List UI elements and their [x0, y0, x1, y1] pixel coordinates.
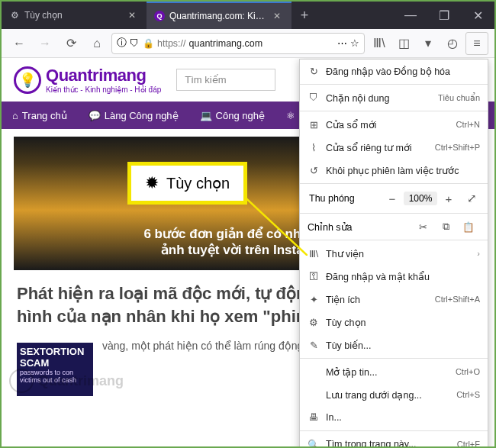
account-button[interactable]: ◴ — [441, 32, 464, 55]
separator — [300, 213, 488, 214]
menu-label: Đăng nhập vào Đồng bộ hóa — [326, 66, 480, 77]
menu-print[interactable]: 🖶 In... — [300, 406, 488, 429]
menu-label: Tùy chọn — [326, 317, 480, 328]
separator — [300, 240, 488, 240]
home-button[interactable]: ⌂ — [85, 32, 108, 55]
separator — [300, 84, 488, 85]
tab-close-icon[interactable]: ✕ — [273, 11, 284, 21]
url-host: quantrimang.com — [189, 38, 263, 49]
separator — [300, 358, 488, 359]
nav-technology[interactable]: 💻Công nghệ — [189, 102, 275, 129]
nav-tech-village[interactable]: 💬Làng Công nghệ — [78, 102, 189, 129]
reload-button[interactable]: ⟳ — [60, 32, 82, 55]
close-window-button[interactable]: ✕ — [461, 2, 494, 29]
key-icon: ⚿ — [308, 271, 320, 282]
site-favicon: Q — [154, 11, 165, 21]
tab-close-icon[interactable]: ✕ — [128, 10, 139, 21]
cut-button[interactable]: ✂ — [411, 221, 434, 233]
shield-icon: ⛉ — [308, 92, 320, 103]
menu-label: Mở tập tin... — [326, 366, 449, 378]
bulb-icon: 💡 — [14, 66, 41, 94]
titlebar: ⚙ Tùy chọn ✕ Q Quantrimang.com: Kiến Thứ… — [2, 2, 494, 29]
menu-value: Tiêu chuẩn — [438, 93, 480, 103]
home-icon: ⌂ — [12, 110, 18, 121]
bookmark-star-icon[interactable]: ☆ — [350, 37, 359, 49]
nav-label: Làng Công nghệ — [105, 110, 179, 121]
mask-icon: ⌇ — [308, 142, 320, 153]
zoom-in-button[interactable]: + — [437, 192, 460, 205]
back-button[interactable]: ← — [8, 32, 31, 55]
tab-quantrimang[interactable]: Q Quantrimang.com: Kiến Thức ✕ — [147, 2, 291, 29]
menu-open-file[interactable]: Mở tập tin... Ctrl+O — [300, 360, 488, 383]
menu-customize[interactable]: ✎ Tùy biến... — [300, 334, 488, 356]
site-search-input[interactable]: Tìm kiếm — [176, 69, 275, 91]
menu-new-window[interactable]: ⊞ Cửa sổ mới Ctrl+N — [300, 113, 488, 136]
shortcut: Ctrl+Shift+A — [435, 295, 480, 304]
maximize-button[interactable]: ❐ — [427, 2, 461, 29]
zoom-out-button[interactable]: − — [381, 192, 404, 205]
pocket-button[interactable]: ▾ — [417, 32, 440, 55]
zoom-label: Thu phóng — [304, 193, 381, 204]
fullscreen-button[interactable]: ⤢ — [460, 192, 483, 205]
menu-label: Tìm trong trang này... — [326, 439, 451, 446]
page-content: 💡 Quantrimang Kiến thức - Kinh nghiệm - … — [2, 58, 494, 446]
bulb-icon — [9, 369, 34, 393]
chevron-right-icon: › — [477, 249, 480, 258]
menu-find[interactable]: 🔍 Tìm trong trang này... Ctrl+F — [300, 433, 488, 446]
window-icon: ⊞ — [308, 119, 320, 131]
info-icon[interactable]: ⓘ — [117, 37, 127, 50]
nav-label: Công nghệ — [216, 110, 265, 121]
chat-icon: 💬 — [89, 110, 101, 121]
wm-text: uantrimang — [49, 373, 124, 388]
tab-title: Tùy chọn — [24, 10, 124, 21]
menu-options[interactable]: ⚙ Tùy chọn — [300, 311, 488, 334]
shortcut: Ctrl+F — [457, 440, 480, 446]
thumb-title: SEXTORTION SCAM — [20, 346, 90, 369]
sidebar-button[interactable]: ◫ — [392, 32, 415, 55]
zoom-level[interactable]: 100% — [404, 192, 437, 205]
menu-label: Thư viện — [326, 248, 471, 259]
navigation-toolbar: ← → ⟳ ⌂ ⓘ ⛉ 🔒 https://quantrimang.com ⋯ … — [2, 29, 494, 58]
menu-save-as[interactable]: Lưu trang dưới dạng... Ctrl+S — [300, 383, 488, 406]
shortcut: Ctrl+N — [456, 120, 480, 129]
paste-button[interactable]: 📋 — [457, 221, 480, 233]
menu-label: Đăng nhập và mật khẩu — [326, 271, 480, 282]
menu-label: Chặn nội dung — [326, 92, 432, 104]
logo-q: Q — [46, 66, 59, 85]
copy-button[interactable]: ⧉ — [434, 221, 457, 233]
menu-addons[interactable]: ✦ Tiện ích Ctrl+Shift+A — [300, 288, 488, 311]
gear-icon: ⚙ — [9, 10, 20, 21]
library-icon: Ⅲ\ — [308, 248, 320, 259]
menu-logins[interactable]: ⚿ Đăng nhập và mật khẩu — [300, 265, 488, 288]
logo-tagline: Kiến thức - Kinh nghiệm - Hỏi đáp — [46, 85, 161, 94]
menu-restore-session[interactable]: ↺ Khôi phục phiên làm việc trước — [300, 159, 488, 182]
forward-button[interactable]: → — [34, 32, 56, 55]
wm-q: Q — [38, 373, 49, 388]
callout-options: ✹ Tùy chọn — [127, 162, 247, 205]
nav-home[interactable]: ⌂Trang chủ — [2, 102, 78, 129]
paint-icon: ✎ — [308, 340, 320, 351]
separator — [300, 111, 488, 111]
shield-icon[interactable]: ⛉ — [130, 38, 140, 49]
app-menu-button[interactable]: ≡ — [465, 32, 488, 55]
minimize-button[interactable]: — — [394, 2, 427, 29]
lock-icon[interactable]: 🔒 — [143, 38, 154, 49]
menu-private-window[interactable]: ⌇ Cửa sổ riêng tư mới Ctrl+Shift+P — [300, 136, 488, 159]
address-bar[interactable]: ⓘ ⛉ 🔒 https://quantrimang.com ⋯ ☆ — [111, 33, 365, 54]
site-logo[interactable]: 💡 Quantrimang Kiến thức - Kinh nghiệm - … — [14, 66, 161, 94]
gear-icon: ⚙ — [308, 317, 320, 328]
menu-content-blocking[interactable]: ⛉ Chặn nội dung Tiêu chuẩn — [300, 86, 488, 109]
laptop-icon: 💻 — [200, 110, 212, 121]
tab-title: Quantrimang.com: Kiến Thức — [169, 11, 269, 21]
edit-label: Chỉnh sửa — [308, 221, 411, 233]
library-button[interactable]: Ⅲ\ — [368, 32, 391, 55]
menu-label: Lưu trang dưới dạng... — [326, 389, 450, 401]
tab-options[interactable]: ⚙ Tùy chọn ✕ — [2, 2, 147, 29]
new-tab-button[interactable]: + — [291, 2, 317, 29]
menu-sync-signin[interactable]: ↻ Đăng nhập vào Đồng bộ hóa — [300, 60, 488, 82]
printer-icon: 🖶 — [308, 412, 320, 423]
page-actions-icon[interactable]: ⋯ — [337, 37, 347, 49]
menu-label: Cửa sổ riêng tư mới — [326, 142, 429, 153]
menu-library[interactable]: Ⅲ\ Thư viện › — [300, 242, 488, 265]
restore-icon: ↺ — [308, 165, 320, 176]
